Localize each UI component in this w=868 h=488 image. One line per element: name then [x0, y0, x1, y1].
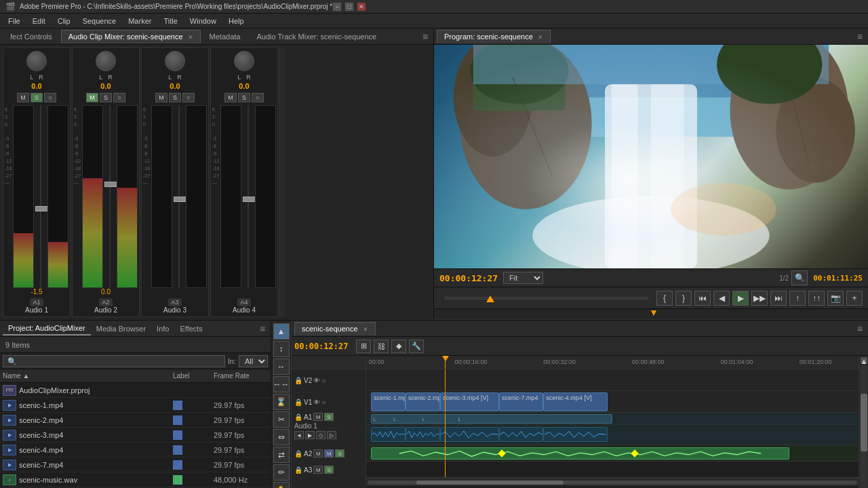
file-row-4[interactable]: ▶ scenic-7.mp4 29.97 fps: [0, 458, 271, 472]
channel-a1-s-button[interactable]: S: [31, 93, 43, 102]
channel-a2-knob[interactable]: [96, 51, 116, 71]
a2-s2-btn[interactable]: S: [335, 449, 344, 458]
tl-snap-button[interactable]: ⊞: [356, 340, 371, 353]
a1-clip-2-waveform[interactable]: [440, 427, 499, 442]
go-to-in-button[interactable]: ⏮: [694, 291, 711, 306]
mark-in-button[interactable]: {: [656, 291, 673, 306]
channel-a2-loop-button[interactable]: ○: [113, 93, 125, 102]
channel-a4-loop-button[interactable]: ○: [252, 93, 264, 102]
menu-file[interactable]: File: [3, 16, 26, 26]
channel-a4-s-button[interactable]: S: [238, 93, 250, 102]
close-button[interactable]: ✕: [357, 2, 366, 12]
vscrollbar-track[interactable]: [861, 365, 867, 488]
play-button[interactable]: ▶: [732, 291, 749, 306]
v2-lock-icon[interactable]: 🔒: [294, 377, 302, 384]
panel-menu-button[interactable]: ≡: [420, 31, 431, 42]
file-row-0[interactable]: ▶ scenic-1.mp4 29.97 fps: [0, 398, 271, 413]
timeline-vertical-scrollbar[interactable]: ▲ ▼: [859, 356, 868, 488]
clip-v1-1[interactable]: scenic-2.mp: [406, 392, 440, 411]
file-row-project[interactable]: PR AudioClipMixer.prproj: [0, 383, 271, 398]
pen-tool-button[interactable]: ✏: [273, 464, 290, 481]
v1-target-icon[interactable]: ○: [321, 399, 326, 406]
lift-button[interactable]: ↑: [789, 291, 806, 306]
v2-target-icon[interactable]: ○: [321, 377, 326, 384]
a1-s-btn[interactable]: S: [324, 413, 334, 421]
a1-keyframe-bar[interactable]: L L L L: [371, 414, 612, 424]
clip-v1-3[interactable]: scenic-7.mp4: [499, 392, 543, 411]
maximize-button[interactable]: □: [344, 2, 354, 12]
a3-lock-icon[interactable]: 🔒: [294, 466, 302, 474]
fit-dropdown[interactable]: Fit 25% 50% 100%: [503, 272, 543, 284]
mark-out-button[interactable]: }: [675, 291, 692, 306]
hand-tool-button[interactable]: ✋: [273, 482, 290, 488]
a1-read-btn[interactable]: ◄: [294, 431, 304, 439]
export-frame-button[interactable]: 📷: [827, 291, 844, 306]
rolling-edit-button[interactable]: ↔↔: [273, 376, 290, 392]
step-back-button[interactable]: ◀: [713, 291, 730, 306]
vscrollbar-thumb[interactable]: [861, 394, 867, 451]
tab-sequence[interactable]: scenic-sequence ✕: [294, 322, 376, 336]
tl-linked-button[interactable]: ⛓: [374, 340, 389, 353]
tab-info[interactable]: Info: [151, 323, 174, 335]
channel-a3-fader-handle[interactable]: [174, 197, 187, 202]
menu-sequence[interactable]: Sequence: [77, 16, 122, 26]
channel-a2-s-button[interactable]: S: [100, 93, 112, 102]
tab-close-icon[interactable]: ✕: [188, 34, 193, 41]
channel-a1-loop-button[interactable]: ○: [44, 93, 56, 102]
track-select-tool-button[interactable]: ↕: [273, 341, 290, 357]
channel-a3-s-button[interactable]: S: [169, 93, 181, 102]
track-v1-content[interactable]: scenic-1.mp scenic-2.mp scenic-3.mp4 [V]…: [366, 391, 859, 413]
a2-s-btn[interactable]: M: [324, 449, 334, 458]
menu-clip[interactable]: Clip: [52, 16, 76, 26]
a3-m-btn[interactable]: M: [313, 466, 323, 474]
tab-effects[interactable]: Effects: [174, 323, 208, 335]
channel-a2-m-button[interactable]: M: [86, 93, 98, 102]
minimize-button[interactable]: −: [332, 2, 342, 12]
channel-a3-loop-button[interactable]: ○: [182, 93, 195, 102]
channel-a3-fader[interactable]: [174, 105, 184, 288]
v1-eye-icon[interactable]: 👁: [313, 399, 320, 406]
clip-v1-4[interactable]: scenic-4.mp4 [V]: [543, 392, 607, 411]
tl-markers-button[interactable]: ◆: [391, 340, 406, 353]
channel-a2-fader-handle[interactable]: [104, 182, 118, 187]
channel-a4-fader-handle[interactable]: [243, 197, 256, 202]
extract-button[interactable]: ↑↑: [808, 291, 825, 306]
file-row-3[interactable]: ▶ scenic-4.mp4 29.97 fps: [0, 443, 271, 458]
track-v2-content[interactable]: [366, 369, 859, 391]
scrollbar-track[interactable]: [368, 481, 857, 485]
tab-project[interactable]: Project: AudioClipMixer: [3, 322, 91, 336]
tab-effect-controls[interactable]: fect Controls: [3, 30, 60, 43]
file-row-1[interactable]: ▶ scenic-2.mp4 29.97 fps: [0, 413, 271, 428]
a1-latch-btn[interactable]: ◇: [316, 431, 326, 439]
a1-clip-4-waveform[interactable]: [543, 427, 607, 442]
a1-touch-btn[interactable]: ▷: [327, 431, 336, 439]
program-panel-menu-button[interactable]: ≡: [854, 31, 865, 42]
a2-m-btn[interactable]: M: [313, 449, 323, 458]
channel-a1-m-button[interactable]: M: [17, 93, 29, 102]
menu-help[interactable]: Help: [223, 16, 250, 26]
a1-clip-3-waveform[interactable]: [499, 427, 543, 442]
program-tab-close-icon[interactable]: ✕: [538, 34, 543, 41]
in-select[interactable]: All: [239, 355, 268, 367]
track-a2-content[interactable]: [366, 445, 859, 462]
timeline-scrollbar[interactable]: [366, 478, 859, 486]
a3-s-btn[interactable]: S: [324, 466, 334, 474]
channel-a1-fader-handle[interactable]: [35, 206, 49, 211]
track-a3-content[interactable]: [366, 462, 859, 478]
clip-v1-0[interactable]: scenic-1.mp: [371, 392, 406, 411]
jog-bar[interactable]: [445, 297, 648, 300]
timeline-panel-menu-button[interactable]: ≡: [854, 323, 865, 334]
track-a1-content[interactable]: L L L L: [366, 413, 859, 445]
tab-metadata[interactable]: Metadata: [202, 30, 248, 43]
rate-stretch-button[interactable]: ⌛: [273, 394, 290, 410]
a1-write-btn[interactable]: ▶: [305, 431, 315, 439]
menu-title[interactable]: Title: [158, 16, 182, 26]
mixer-scrollbar[interactable]: [279, 47, 285, 317]
tab-program-monitor[interactable]: Program: scenic-sequence ✕: [437, 30, 551, 43]
a2-lock-icon[interactable]: 🔒: [294, 450, 302, 458]
menu-window[interactable]: Window: [184, 16, 222, 26]
a2-music-clip[interactable]: [371, 447, 789, 460]
a1-clip-0-waveform[interactable]: [371, 427, 406, 442]
tab-audio-clip-mixer[interactable]: Audio Clip Mixer: scenic-sequence ✕: [61, 30, 201, 43]
v2-eye-icon[interactable]: 👁: [313, 377, 320, 384]
